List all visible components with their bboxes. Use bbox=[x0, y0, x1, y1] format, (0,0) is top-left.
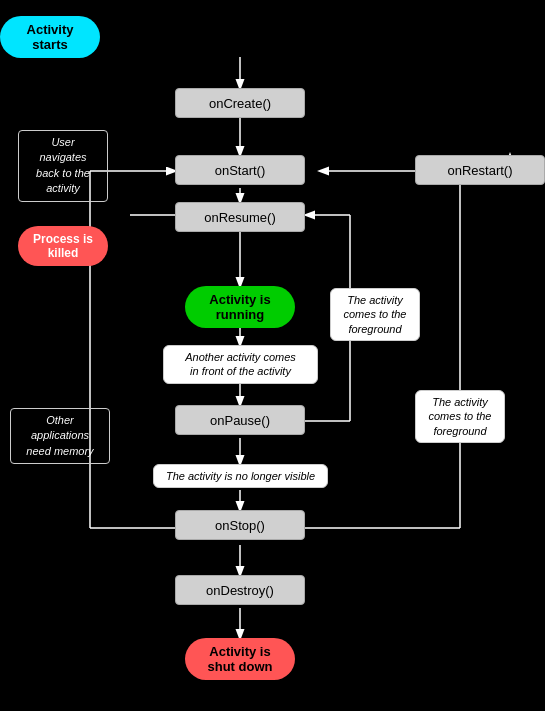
other-apps-label: Other applicationsneed memory bbox=[10, 408, 110, 464]
activity-running-node: Activity isrunning bbox=[185, 286, 295, 328]
activity-foreground-2-label: The activitycomes to theforeground bbox=[415, 390, 505, 443]
process-killed-label: Process iskilled bbox=[18, 226, 108, 266]
on-restart-box: onRestart() bbox=[415, 155, 545, 185]
on-destroy-box: onDestroy() bbox=[175, 575, 305, 605]
on-create-box: onCreate() bbox=[175, 88, 305, 118]
on-resume-box: onResume() bbox=[175, 202, 305, 232]
activity-foreground-1-label: The activitycomes to theforeground bbox=[330, 288, 420, 341]
user-navigates-label: User navigatesback to theactivity bbox=[18, 130, 108, 202]
another-activity-label: Another activity comesin front of the ac… bbox=[163, 345, 318, 384]
no-longer-visible-label: The activity is no longer visible bbox=[153, 464, 328, 488]
on-start-box: onStart() bbox=[175, 155, 305, 185]
on-pause-box: onPause() bbox=[175, 405, 305, 435]
activity-shutdown-node: Activity isshut down bbox=[185, 638, 295, 680]
lifecycle-diagram: Activitystarts onCreate() onStart() onRe… bbox=[0, 0, 545, 711]
on-stop-box: onStop() bbox=[175, 510, 305, 540]
activity-starts-node: Activitystarts bbox=[0, 16, 100, 58]
